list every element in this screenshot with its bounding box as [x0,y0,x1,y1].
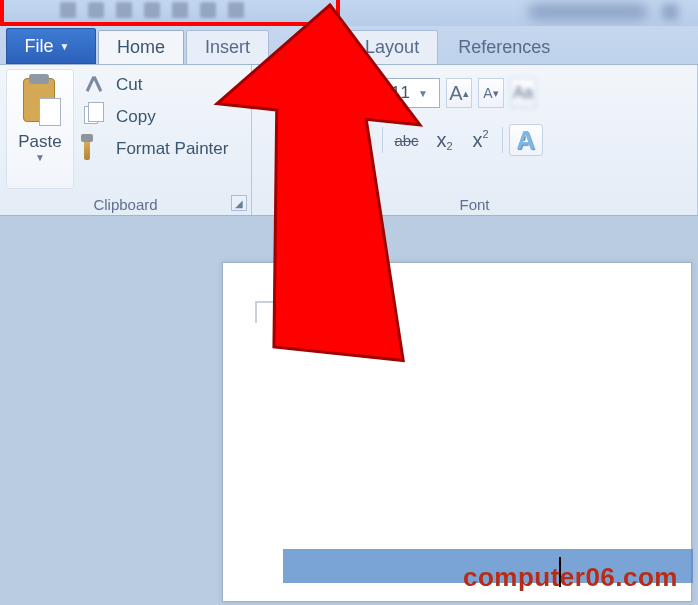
grow-font-A: A [449,82,462,105]
tab-references[interactable]: References [440,30,568,64]
tab-file[interactable]: File ▼ [6,28,96,64]
copy-label: Copy [116,107,156,127]
qat-customize-icon[interactable] [228,2,244,18]
paste-icon [19,74,61,126]
ribbon-tab-row: File ▼ Home Insert Page Layout Reference… [0,26,698,64]
qat-spellcheck-icon[interactable] [200,2,216,18]
chevron-down-icon: ▼ [60,41,70,52]
text-effects-button[interactable]: A [509,124,543,156]
clipboard-dialog-launcher-icon[interactable]: ◢ [231,195,247,211]
shrink-font-button[interactable]: A▾ [478,78,504,108]
italic-button[interactable]: I [304,124,334,156]
tab-file-label: File [25,36,54,57]
qat-redo-icon[interactable] [144,2,160,18]
qat-print-preview-icon[interactable] [172,2,188,18]
quick-access-toolbar-highlight [0,0,340,26]
bold-button[interactable]: B [268,124,298,156]
tab-insert-label: Insert [205,37,250,58]
scissors-icon [84,74,106,96]
group-font-label: Font [252,196,697,213]
font-size-value: 11 [391,83,410,103]
shrink-font-A: A [483,85,492,101]
strikethrough-button[interactable]: abc [389,124,423,156]
chevron-down-icon[interactable]: ▼ [35,152,45,163]
qat-save-icon[interactable] [88,2,104,18]
group-clipboard-label: Clipboard [0,196,251,213]
format-painter-button[interactable]: Format Painter [84,133,244,165]
separator [502,127,503,153]
tab-page-layout-label: Page Layout [318,37,419,58]
copy-icon [84,106,106,128]
paste-label: Paste [18,132,61,152]
tab-page-layout[interactable]: Page Layout [299,30,438,64]
separator [382,127,383,153]
window-help-icon[interactable] [662,4,678,20]
document-viewport [0,216,698,605]
cut-button[interactable]: Cut [84,69,244,101]
tab-insert[interactable]: Insert [186,30,269,64]
watermark-text: computer06.com [463,562,678,593]
qat-undo-icon[interactable] [116,2,132,18]
grow-font-button[interactable]: A▴ [446,78,472,108]
subscript-button[interactable]: x2 [430,124,460,156]
tab-references-label: References [458,37,550,58]
group-font: Body) ▼ 11 ▼ A▴ A▾ Aa B I U▼ abc x2 [252,65,698,215]
margin-corner-icon [255,301,277,323]
qat-word-icon[interactable] [60,2,76,18]
tab-home[interactable]: Home [98,30,184,64]
ribbon-body: Paste ▼ Cut Copy Format Painter Clipboar… [0,64,698,216]
font-name-value: Body) [309,83,353,103]
font-size-combo[interactable]: 11 ▼ [384,78,440,108]
paste-button[interactable]: Paste ▼ [6,69,74,189]
titlebar-remainder [340,0,698,26]
chevron-down-icon: ▼ [361,88,371,99]
font-name-combo[interactable]: Body) ▼ [268,78,378,108]
format-painter-label: Format Painter [116,139,228,159]
window-title-blur [528,4,648,20]
superscript-button[interactable]: x2 [466,124,496,156]
underline-button[interactable]: U▼ [340,124,376,156]
cut-label: Cut [116,75,142,95]
change-case-button[interactable]: Aa [510,78,536,108]
copy-button[interactable]: Copy [84,101,244,133]
group-clipboard: Paste ▼ Cut Copy Format Painter Clipboar… [0,65,252,215]
paintbrush-icon [84,138,106,160]
tab-home-label: Home [117,37,165,58]
document-page[interactable] [222,262,692,602]
chevron-down-icon: ▼ [418,88,428,99]
